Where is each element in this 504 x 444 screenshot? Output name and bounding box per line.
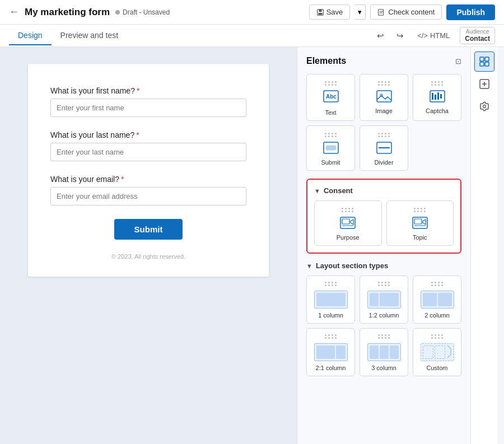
element-dots-text — [325, 81, 337, 86]
right-sidebar-settings-button[interactable] — [474, 96, 494, 116]
layout-dots-2-1col — [325, 334, 337, 339]
layout-label-3col: 3 column — [371, 364, 396, 371]
svg-rect-24 — [485, 57, 489, 61]
elements-grid: Abc Text Image — [306, 74, 461, 171]
topbar: ← My marketing form Draft - Unsaved Save… — [0, 0, 504, 25]
consent-section-header[interactable]: ▼ Consent — [314, 186, 454, 195]
panel-collapse-button[interactable]: ⊡ — [455, 57, 461, 66]
layout-label-2col: 2 column — [424, 312, 450, 319]
svg-rect-10 — [435, 95, 436, 100]
submit-button[interactable]: Submit — [114, 219, 183, 240]
field-input-lastname[interactable] — [50, 143, 246, 161]
svg-point-30 — [483, 105, 486, 108]
field-input-email[interactable] — [50, 187, 246, 205]
save-label: Save — [326, 8, 343, 16]
form-card: What is your first name?* What is your l… — [28, 64, 269, 277]
element-card-purpose[interactable]: Purpose — [314, 200, 382, 246]
save-button[interactable]: Save — [309, 4, 351, 20]
redo-button[interactable]: ↪ — [393, 29, 407, 43]
audience-value: Contact — [465, 35, 490, 43]
divider-element-icon — [376, 142, 392, 156]
add-sidebar-icon — [479, 78, 490, 90]
svg-text:Abc: Abc — [326, 94, 337, 100]
layout-label-1col: 1 column — [318, 312, 343, 319]
element-dots-topic — [414, 208, 426, 212]
audience-button[interactable]: Audience Contact — [460, 27, 495, 44]
save-caret-button[interactable]: ▾ — [354, 4, 366, 20]
field-group-lastname: What is your last name?* — [50, 130, 246, 161]
svg-rect-26 — [485, 62, 489, 66]
layout-section-title: Layout section types — [316, 261, 388, 270]
html-icon: </> — [417, 31, 428, 40]
svg-rect-23 — [480, 57, 484, 61]
layout-dots-2col — [431, 282, 444, 286]
consent-chevron-icon: ▼ — [314, 188, 320, 194]
right-sidebar-elements-button[interactable] — [474, 52, 494, 72]
element-card-image[interactable]: Image — [360, 74, 408, 121]
draft-dot-icon — [115, 10, 120, 15]
nav-tabs-left: Design Preview and test — [9, 26, 374, 45]
svg-rect-25 — [480, 62, 484, 66]
elements-panel: Elements ⊡ Abc Text — [297, 47, 470, 444]
text-element-label: Text — [325, 109, 336, 116]
settings-sidebar-icon — [479, 101, 490, 112]
field-label-firstname: What is your first name?* — [50, 86, 246, 95]
main-layout: What is your first name?* What is your l… — [0, 47, 504, 444]
required-star-email: * — [121, 175, 124, 184]
submit-element-icon — [323, 142, 339, 156]
field-label-lastname: What is your last name?* — [50, 130, 246, 139]
consent-section-title: Consent — [324, 186, 353, 195]
right-sidebar — [470, 47, 497, 444]
draft-badge: Draft - Unsaved — [115, 8, 170, 16]
audience-label: Audience — [466, 29, 489, 35]
check-content-label: Check content — [388, 8, 435, 16]
element-card-divider[interactable]: Divider — [360, 125, 408, 171]
layout-dots-3col — [378, 334, 390, 339]
layout-dots-1-2col — [378, 282, 390, 286]
layout-card-2col[interactable]: 2 column — [413, 275, 461, 324]
element-card-submit[interactable]: Submit — [306, 125, 355, 171]
element-dots-divider — [378, 133, 390, 137]
tab-design[interactable]: Design — [9, 26, 52, 45]
undo-button[interactable]: ↩ — [374, 29, 388, 43]
draft-label: Draft - Unsaved — [123, 8, 170, 16]
right-sidebar-add-button[interactable] — [474, 74, 494, 94]
layout-card-1-2col[interactable]: 1:2 column — [360, 275, 408, 324]
svg-rect-14 — [326, 146, 336, 150]
field-group-firstname: What is your first name?* — [50, 86, 246, 117]
element-card-topic[interactable]: Topic — [386, 200, 454, 246]
html-label: HTML — [430, 31, 450, 40]
form-title: My marketing form — [25, 7, 110, 18]
layout-card-custom[interactable]: Custom — [413, 328, 461, 376]
layout-card-1col[interactable]: 1 column — [306, 275, 355, 324]
element-card-text[interactable]: Abc Text — [306, 74, 355, 121]
divider-element-label: Divider — [374, 159, 393, 166]
publish-button[interactable]: Publish — [446, 4, 495, 20]
layout-preview-2col — [421, 291, 454, 309]
back-button[interactable]: ← — [9, 6, 19, 18]
svg-rect-2 — [318, 12, 322, 15]
layout-card-3col[interactable]: 3 column — [360, 328, 408, 376]
layout-section-header[interactable]: ▼ Layout section types — [306, 261, 461, 270]
field-input-firstname[interactable] — [50, 99, 246, 117]
back-icon: ← — [9, 6, 19, 18]
svg-rect-12 — [440, 94, 442, 99]
html-button[interactable]: </> HTML — [413, 29, 454, 42]
save-icon — [316, 8, 324, 16]
field-label-email: What is your email?* — [50, 175, 246, 184]
layout-card-2-1col[interactable]: 2:1 column — [306, 328, 355, 376]
element-card-captcha[interactable]: Captcha — [413, 74, 461, 121]
layout-label-2-1col: 2:1 column — [316, 364, 346, 371]
tab-preview[interactable]: Preview and test — [52, 26, 128, 45]
element-dots-purpose — [342, 208, 354, 212]
image-element-icon — [376, 90, 392, 104]
check-content-button[interactable]: Check content — [370, 4, 442, 20]
image-element-label: Image — [375, 108, 393, 114]
elements-sidebar-icon — [479, 56, 490, 67]
layout-preview-1col — [314, 291, 348, 309]
required-star-firstname: * — [137, 86, 139, 95]
purpose-element-label: Purpose — [337, 234, 360, 241]
captcha-element-label: Captcha — [426, 108, 449, 114]
field-group-email: What is your email?* — [50, 175, 246, 205]
layout-preview-2-1col — [314, 343, 348, 361]
